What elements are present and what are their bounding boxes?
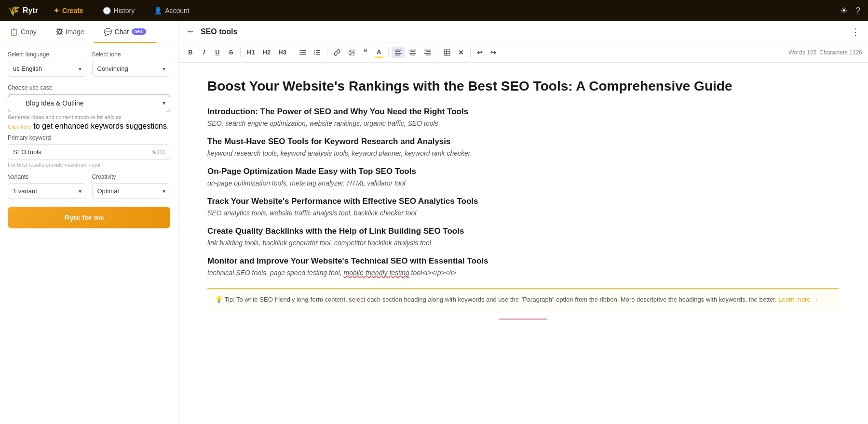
svg-rect-15: [395, 51, 400, 52]
section-keywords-6: technical SEO tools, page speed testing …: [207, 269, 839, 277]
clear-format-button[interactable]: ✕: [455, 46, 467, 59]
svg-point-13: [350, 51, 351, 52]
redo-button[interactable]: ↪: [487, 46, 500, 59]
strikethrough-button[interactable]: S: [225, 46, 237, 58]
variants-label: Variants: [8, 173, 86, 180]
nav-history[interactable]: 🕐 History: [99, 5, 139, 16]
keyword-section: Primary keyword 9/200 For best results p…: [8, 134, 170, 168]
app-logo[interactable]: 🌾 Rytr: [8, 5, 38, 16]
highlight-button[interactable]: A: [373, 46, 385, 59]
use-case-link-text: Click here to get enhanced keywords sugg…: [8, 122, 170, 131]
language-select[interactable]: us English: [8, 61, 86, 77]
keyword-input[interactable]: [8, 144, 170, 160]
tab-image[interactable]: 🖼 Image: [46, 21, 94, 43]
enhanced-keywords-link[interactable]: Click here: [8, 124, 31, 130]
chat-tab-label: Chat: [115, 28, 129, 36]
svg-rect-20: [409, 53, 416, 54]
editor-toolbar: B I U S H1 H2 H3 123 ❝ A: [178, 42, 868, 63]
bullet-list-button[interactable]: [296, 47, 310, 58]
tip-box: 💡 Tip: To write SEO friendly long-form c…: [207, 288, 839, 311]
creativity-select[interactable]: Optimal: [92, 183, 171, 199]
image-tab-icon: 🖼: [56, 28, 63, 36]
nav-create[interactable]: ✦ Create: [50, 5, 87, 16]
chat-tab-icon: 💬: [104, 28, 112, 36]
sidebar-tabs: 📋 Copy 🖼 Image 💬 Chat new: [0, 21, 178, 43]
variants-select[interactable]: 1 variant: [8, 183, 86, 199]
svg-rect-24: [424, 53, 431, 54]
language-label: Select language: [8, 51, 86, 58]
svg-rect-8: [316, 54, 320, 55]
sidebar-content: Select language us English Select tone C…: [0, 43, 178, 424]
toolbar-sep-1: [240, 48, 241, 57]
toolbar-sep-4: [388, 48, 389, 57]
svg-rect-26: [444, 50, 450, 55]
svg-rect-23: [426, 51, 431, 52]
svg-rect-18: [409, 50, 416, 51]
table-button[interactable]: [440, 47, 454, 58]
svg-rect-0: [301, 50, 306, 51]
section-heading-6: Monitor and Improve Your Website's Techn…: [207, 256, 839, 266]
align-left-button[interactable]: [392, 47, 405, 58]
svg-point-5: [299, 53, 300, 54]
word-count: Words 165: [788, 49, 816, 56]
sidebar: 📋 Copy 🖼 Image 💬 Chat new Select languag…: [0, 21, 178, 424]
link-button[interactable]: [330, 47, 344, 58]
svg-rect-25: [426, 54, 431, 55]
nav-account[interactable]: 👤 Account: [150, 5, 193, 16]
nav-right-actions: ☀ ?: [840, 5, 860, 16]
svg-rect-6: [316, 50, 320, 51]
nav-create-label: Create: [62, 7, 83, 14]
learn-more-link[interactable]: Learn more →: [778, 296, 818, 303]
create-icon: ✦: [54, 7, 59, 14]
editor-menu-icon[interactable]: ⋮: [851, 26, 860, 38]
svg-rect-21: [410, 54, 415, 55]
toolbar-sep-3: [327, 48, 327, 57]
image-button[interactable]: [345, 47, 358, 58]
align-right-button[interactable]: [420, 47, 434, 58]
back-button[interactable]: ←: [186, 26, 195, 37]
editor-title: SEO tools: [201, 27, 237, 36]
theme-icon[interactable]: ☀: [840, 5, 848, 16]
svg-rect-16: [395, 53, 402, 54]
language-tone-row: Select language us English Select tone C…: [8, 51, 170, 77]
tip-text: Tip: To write SEO friendly long-form con…: [224, 296, 776, 303]
keyword-input-wrapper: 9/200: [8, 144, 170, 160]
tab-chat[interactable]: 💬 Chat new: [94, 21, 156, 43]
svg-rect-19: [410, 51, 415, 52]
align-center-button[interactable]: [406, 47, 420, 58]
use-case-label: Choose use case: [8, 84, 170, 91]
editor-body[interactable]: Boost Your Website's Rankings with the B…: [178, 63, 868, 424]
nav-history-label: History: [114, 7, 135, 14]
logo-icon: 🌾: [8, 5, 20, 16]
tone-select-wrapper: Convincing: [92, 61, 171, 77]
use-case-select[interactable]: Blog Idea & Outline: [8, 94, 170, 112]
h2-button[interactable]: H2: [259, 46, 274, 58]
variants-creativity-row: Variants 1 variant Creativity Optimal: [8, 173, 170, 199]
ordered-list-button[interactable]: 123: [311, 47, 324, 58]
bold-button[interactable]: B: [184, 46, 197, 58]
squiggle-text: mobile-friendly testing: [344, 269, 409, 277]
tone-select[interactable]: Convincing: [92, 61, 171, 77]
underline-button[interactable]: U: [211, 46, 224, 58]
keyword-hint: For best results provide maximum input: [8, 162, 170, 168]
section-keywords-1: SEO, search engine optimization, website…: [207, 119, 839, 127]
section-keywords-2: keyword research tools, keyword analysis…: [207, 149, 839, 157]
italic-button[interactable]: I: [198, 46, 210, 58]
language-col: Select language us English: [8, 51, 86, 77]
quote-button[interactable]: ❝: [359, 45, 372, 59]
word-char-count: Words 165 Characters 1126: [788, 49, 862, 56]
section-heading-4: Track Your Website's Performance with Ef…: [207, 197, 839, 206]
section-keywords-3: on-page optimization tools, meta tag ana…: [207, 179, 839, 187]
chat-tab-badge: new: [132, 28, 146, 35]
help-icon[interactable]: ?: [855, 6, 860, 16]
history-icon: 🕐: [103, 7, 111, 14]
toolbar-sep-2: [293, 48, 293, 57]
undo-button[interactable]: ↩: [474, 46, 486, 59]
h1-button[interactable]: H1: [244, 46, 258, 58]
ryte-for-me-button[interactable]: Ryte for me →: [8, 207, 170, 228]
creativity-select-wrapper: Optimal: [92, 183, 171, 199]
h3-button[interactable]: H3: [275, 46, 290, 58]
bottom-line: [207, 318, 839, 320]
tab-copy[interactable]: 📋 Copy: [0, 21, 46, 43]
nav-account-label: Account: [165, 7, 190, 14]
